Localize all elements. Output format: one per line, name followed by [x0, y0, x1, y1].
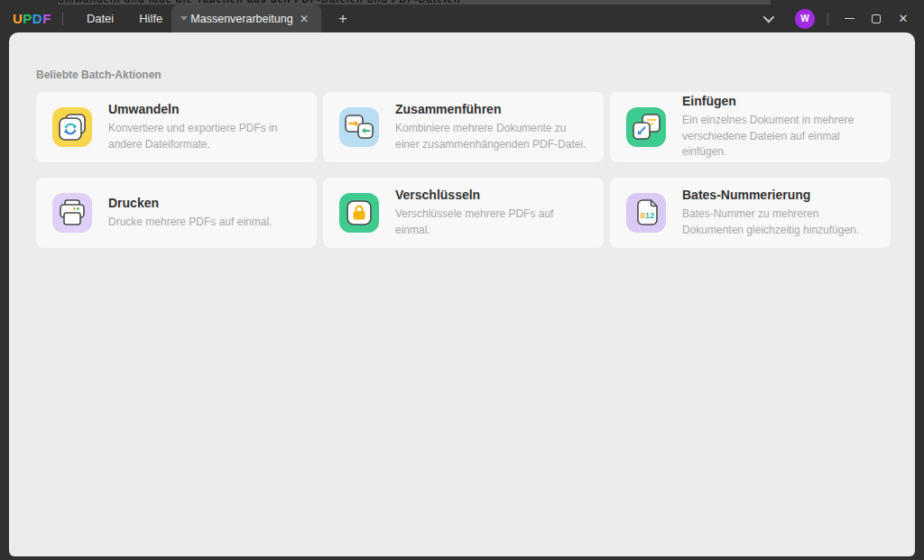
card-description: Ein einzelnes Dokument in mehrere versch…: [682, 113, 874, 160]
card-zusammenfuehren[interactable]: Zusammenführen Kombiniere mehrere Dokume…: [323, 92, 604, 162]
titlebar: UPDF Datei Hilfe Massenverarbeitung ✕ + …: [0, 5, 924, 32]
printer-icon: [52, 193, 92, 233]
card-drucken[interactable]: Drucken Drucke mehrere PDFs auf einmal.: [36, 178, 317, 248]
card-title: Bates-Nummerierung: [682, 188, 874, 202]
card-verschluesseln[interactable]: Verschlüsseln Verschlüssele mehrere PDFs…: [323, 178, 604, 248]
insert-document-icon: [626, 107, 666, 147]
card-umwandeln[interactable]: Umwandeln Konvertiere und exportiere PDF…: [36, 92, 317, 162]
convert-sync-documents-icon: [52, 107, 92, 147]
account-avatar[interactable]: W: [795, 9, 815, 29]
close-icon: ✕: [899, 13, 909, 24]
card-title: Verschlüsseln: [395, 188, 587, 202]
titlebar-right-controls: W ✕: [763, 5, 924, 32]
maximize-button[interactable]: [863, 7, 890, 31]
svg-text:012: 012: [641, 210, 655, 220]
app-window: umwandeln und lade die Tabellen aus den …: [0, 0, 924, 560]
menu-datei[interactable]: Datei: [74, 7, 126, 30]
close-button[interactable]: ✕: [890, 7, 917, 31]
card-title: Drucken: [108, 196, 300, 210]
tab-label: Massenverarbeitung: [188, 13, 296, 25]
lock-icon: [339, 193, 379, 233]
tab-chevron-down-icon: [180, 16, 188, 21]
batch-actions-page: Beliebte Batch-Aktionen Umwandeln: [9, 32, 915, 556]
card-description: Kombiniere mehrere Dokumente zu einer zu…: [395, 121, 587, 152]
menu-hilfe[interactable]: Hilfe: [126, 7, 175, 30]
card-title: Zusammenführen: [395, 102, 587, 116]
new-tab-button[interactable]: +: [332, 8, 354, 30]
batch-actions-grid: Umwandeln Konvertiere und exportiere PDF…: [36, 92, 891, 248]
titlebar-divider: [62, 13, 63, 25]
controls-divider: [827, 13, 828, 25]
minimize-button[interactable]: [836, 7, 863, 31]
card-einfuegen[interactable]: Einfügen Ein einzelnes Dokument in mehre…: [610, 92, 891, 162]
updf-logo: UPDF: [13, 11, 51, 26]
card-description: Verschlüssele mehrere PDFs auf einmal.: [395, 207, 587, 238]
card-description: Konvertiere und exportiere PDFs in ander…: [108, 121, 300, 152]
section-title: Beliebte Batch-Aktionen: [36, 69, 891, 81]
chevron-down-icon[interactable]: [763, 12, 775, 23]
tab-massenverarbeitung[interactable]: Massenverarbeitung ✕: [171, 5, 321, 32]
maximize-icon: [872, 14, 881, 23]
bates-number-page-icon: 012: [626, 193, 666, 233]
card-title: Umwandeln: [108, 102, 300, 116]
tab-close-icon[interactable]: ✕: [296, 12, 312, 26]
card-description: Drucke mehrere PDFs auf einmal.: [108, 215, 300, 230]
merge-documents-icon: [339, 107, 379, 147]
card-title: Einfügen: [682, 94, 874, 108]
minimize-icon: [845, 18, 855, 20]
card-description: Bates-Nummer zu mehreren Dokumenten glei…: [682, 207, 874, 238]
card-bates-nummerierung[interactable]: 012 Bates-Nummerierung Bates-Nummer zu m…: [610, 178, 891, 248]
